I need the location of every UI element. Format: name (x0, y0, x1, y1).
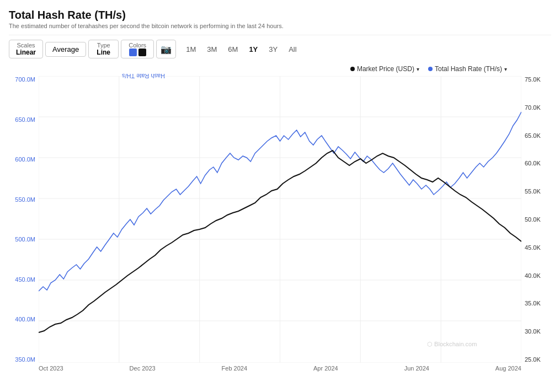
toolbar: Scales Linear Average Type Line Colors 📷… (9, 40, 551, 58)
average-label: Average (52, 45, 79, 53)
y-right-65k: 65.0K (525, 132, 541, 139)
colors-label: Colors (129, 42, 146, 49)
chart-area: Hash Rate TH/s 700.0M 650.0M 600.0M 550.… (9, 76, 551, 363)
legend-market-price-label: Market Price (USD) (357, 65, 414, 73)
time-btn-1y[interactable]: 1Y (243, 42, 263, 56)
x-label-jun2024: Jun 2024 (404, 365, 429, 372)
y-left-350: 350.0M (15, 356, 35, 363)
divider (9, 35, 551, 35)
time-btn-all[interactable]: All (283, 42, 302, 56)
y-left-650: 650.0M (15, 116, 35, 123)
y-left-400: 400.0M (15, 316, 35, 323)
main-container: Total Hash Rate (TH/s) The estimated num… (0, 0, 560, 376)
legend-hash-rate-chevron: ▾ (504, 66, 507, 72)
color-swatches (129, 49, 146, 56)
average-button[interactable]: Average (45, 42, 86, 57)
y-right-25k: 25.0K (525, 356, 541, 363)
x-axis: Oct 2023 Dec 2023 Feb 2024 Apr 2024 Jun … (9, 365, 551, 372)
y-left-600: 600.0M (15, 156, 35, 163)
chart-svg: ⬡ Blockchain.com (39, 76, 521, 363)
y-axis-left: 700.0M 650.0M 600.0M 550.0M 500.0M 450.0… (9, 76, 39, 363)
scales-label: Scales (17, 42, 35, 49)
y-right-35k: 35.0K (525, 300, 541, 307)
y-right-45k: 45.0K (525, 244, 541, 251)
type-button[interactable]: Type Line (88, 40, 119, 58)
scales-button[interactable]: Scales Linear (9, 40, 43, 58)
y-right-75k: 75.0K (525, 76, 541, 83)
y-axis-right: 75.0K 70.0K 65.0K 60.0K 55.0K 50.0K 45.0… (521, 76, 551, 363)
x-label-apr2024: Apr 2024 (313, 365, 338, 372)
y-right-70k: 70.0K (525, 104, 541, 111)
type-value: Line (97, 49, 110, 56)
y-right-40k: 40.0K (525, 272, 541, 279)
legend-hash-rate: Total Hash Rate (TH/s) ▾ (428, 65, 507, 73)
y-right-55k: 55.0K (525, 188, 541, 195)
y-axis-left-wrapper: Hash Rate TH/s 700.0M 650.0M 600.0M 550.… (9, 76, 39, 363)
legend-dot-hash-rate (428, 67, 433, 71)
watermark-text: ⬡ Blockchain.com (427, 341, 477, 347)
swatch-black (138, 49, 146, 56)
type-label: Type (97, 42, 110, 49)
chart-wrapper: Market Price (USD) ▾ Total Hash Rate (TH… (9, 65, 551, 372)
legend-hash-rate-label: Total Hash Rate (TH/s) (435, 65, 502, 73)
legend-market-price: Market Price (USD) ▾ (350, 65, 419, 73)
time-btn-3y[interactable]: 3Y (263, 42, 283, 56)
x-label-dec2023: Dec 2023 (130, 365, 156, 372)
y-left-550: 550.0M (15, 196, 35, 203)
camera-icon: 📷 (161, 44, 172, 55)
y-left-450: 450.0M (15, 276, 35, 283)
time-range-group: 1M 3M 6M 1Y 3Y All (180, 42, 302, 56)
scales-value: Linear (16, 49, 36, 56)
x-label-aug2024: Aug 2024 (495, 365, 521, 372)
colors-button[interactable]: Colors (121, 40, 154, 58)
y-left-500: 500.0M (15, 236, 35, 243)
page-title: Total Hash Rate (TH/s) (9, 9, 551, 22)
chart-svg-element: ⬡ Blockchain.com (39, 76, 521, 363)
legend: Market Price (USD) ▾ Total Hash Rate (TH… (9, 65, 551, 73)
y-right-30k: 30.0K (525, 328, 541, 335)
swatch-blue (129, 49, 137, 56)
time-btn-3m[interactable]: 3M (201, 42, 222, 56)
page-subtitle: The estimated number of terahashes per s… (9, 23, 551, 29)
camera-button[interactable]: 📷 (156, 40, 176, 58)
x-label-feb2024: Feb 2024 (222, 365, 247, 372)
legend-dot-market-price (350, 67, 355, 71)
x-label-oct2023: Oct 2023 (39, 365, 63, 372)
time-btn-6m[interactable]: 6M (222, 42, 243, 56)
y-right-50k: 50.0K (525, 216, 541, 223)
legend-market-price-chevron: ▾ (417, 66, 419, 72)
y-right-60k: 60.0K (525, 160, 541, 167)
time-btn-1m[interactable]: 1M (180, 42, 201, 56)
